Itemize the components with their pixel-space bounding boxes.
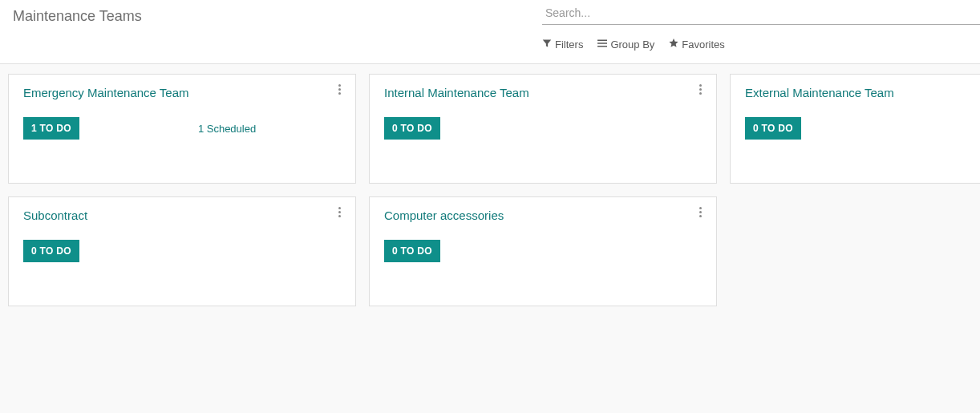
groupby-button[interactable]: Group By — [597, 38, 654, 51]
filters-label: Filters — [555, 38, 583, 51]
svg-point-14 — [338, 215, 341, 217]
card-status-row: 0 TO DO — [384, 240, 702, 262]
scheduled-link[interactable]: 1 Scheduled — [198, 123, 256, 135]
card-status-row: 1 TO DO 1 Scheduled — [23, 117, 341, 140]
favorites-button[interactable]: Favorites — [669, 38, 724, 51]
todo-button[interactable]: 0 TO DO — [23, 240, 79, 262]
svg-point-13 — [338, 211, 341, 213]
card-title[interactable]: External Maintenance Team — [745, 86, 894, 99]
svg-point-5 — [338, 92, 341, 95]
card-title[interactable]: Internal Maintenance Team — [384, 86, 529, 99]
card-title[interactable]: Emergency Maintenance Team — [23, 86, 189, 99]
card-title[interactable]: Computer accessories — [384, 209, 504, 222]
search-area — [542, 0, 980, 25]
todo-button[interactable]: 0 TO DO — [384, 240, 440, 262]
dots-vertical-icon — [699, 207, 702, 220]
card-menu-button[interactable] — [333, 84, 346, 97]
svg-point-8 — [699, 92, 702, 95]
card-menu-button[interactable] — [333, 207, 346, 220]
team-card-emergency: Emergency Maintenance Team 1 TO DO 1 Sch… — [8, 74, 356, 184]
card-status-row: 0 TO DO — [23, 240, 341, 262]
funnel-icon — [542, 38, 552, 51]
team-card-computer-accessories: Computer accessories 0 TO DO — [369, 196, 717, 306]
todo-button[interactable]: 1 TO DO — [23, 117, 79, 140]
star-icon — [669, 38, 678, 51]
svg-point-3 — [338, 84, 341, 87]
card-status-row: 0 TO DO — [384, 117, 702, 140]
svg-rect-2 — [597, 46, 607, 47]
favorites-label: Favorites — [682, 38, 724, 51]
search-toolbar: Filters Group By Favorites — [542, 38, 725, 51]
header: Maintenance Teams Filters Group By Favor… — [0, 0, 980, 64]
todo-button[interactable]: 0 TO DO — [745, 117, 801, 140]
todo-button[interactable]: 0 TO DO — [384, 117, 440, 140]
svg-point-7 — [699, 88, 702, 91]
card-menu-button[interactable] — [694, 84, 707, 97]
dots-vertical-icon — [338, 207, 341, 220]
page-title: Maintenance Teams — [13, 8, 142, 25]
card-title[interactable]: Subcontract — [23, 209, 87, 222]
kanban-board: Emergency Maintenance Team 1 TO DO 1 Sch… — [8, 74, 972, 306]
search-input[interactable] — [542, 0, 980, 25]
svg-point-15 — [699, 207, 702, 209]
svg-point-17 — [699, 215, 702, 217]
team-card-subcontract: Subcontract 0 TO DO — [8, 196, 356, 306]
svg-rect-0 — [597, 40, 607, 42]
content: Emergency Maintenance Team 1 TO DO 1 Sch… — [0, 64, 980, 316]
dots-vertical-icon — [338, 84, 341, 97]
svg-point-6 — [699, 84, 702, 87]
groupby-label: Group By — [610, 38, 654, 51]
card-menu-button[interactable] — [694, 207, 707, 220]
filters-button[interactable]: Filters — [542, 38, 583, 51]
team-card-internal: Internal Maintenance Team 0 TO DO — [369, 74, 717, 184]
svg-point-4 — [338, 88, 341, 91]
dots-vertical-icon — [699, 84, 702, 97]
card-status-row: 0 TO DO — [745, 117, 980, 140]
list-icon — [597, 38, 607, 51]
svg-rect-1 — [597, 43, 607, 44]
svg-point-12 — [338, 207, 341, 209]
team-card-external: External Maintenance Team 0 TO DO — [730, 74, 980, 184]
svg-point-16 — [699, 211, 702, 213]
